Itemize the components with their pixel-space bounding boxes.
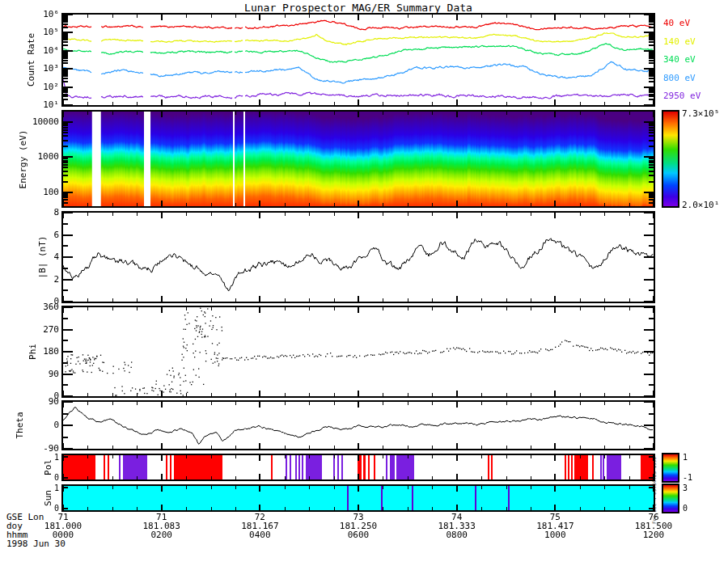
energy_spectrogram-xtick-major: [554, 112, 556, 117]
pol-segment: [607, 455, 621, 479]
sun-xtick-minor: [481, 486, 482, 489]
phi-xtick-major: [259, 391, 260, 396]
b_magnitude-xtick-minor: [432, 213, 433, 216]
theta-xtick-major: [456, 443, 458, 449]
axis-column-hhmm: 1000: [518, 530, 591, 539]
phi-ytick: [649, 384, 654, 386]
spectrogram-canvas: [63, 112, 654, 206]
phi-xtick-minor: [87, 307, 88, 310]
count_rate-xtick-minor: [112, 15, 113, 18]
phi-xtick-minor: [629, 393, 630, 396]
count_rate-xtick-minor: [604, 102, 605, 105]
energy_spectrogram-ytick: [63, 146, 68, 147]
energy_spectrogram-ytick: [649, 135, 654, 137]
count_rate-ytick: [63, 41, 68, 43]
theta-ytick-label: -90: [0, 444, 59, 453]
phi-xtick-major: [259, 307, 260, 313]
pol-segment: [337, 455, 339, 479]
theta-ytick: [649, 437, 654, 438]
energy_spectrogram-xtick-major: [456, 201, 458, 206]
energy_spectrogram-xtick-minor: [481, 112, 482, 115]
count_rate-ytick: [649, 39, 654, 40]
count_rate-xtick-minor: [211, 102, 212, 105]
b_magnitude-xtick-minor: [481, 298, 482, 302]
theta-xtick-minor: [87, 402, 88, 405]
phi-xtick-minor: [432, 393, 433, 396]
energy_spectrogram-ytick: [649, 123, 654, 125]
axis-column-hhmm: 0400: [223, 530, 296, 539]
b_magnitude-ytick: [63, 212, 73, 213]
count_rate-xtick-minor: [186, 15, 187, 18]
count_rate-xtick-minor: [580, 15, 581, 18]
pol-xtick-major: [554, 455, 556, 461]
pol-xtick-minor: [112, 476, 113, 479]
theta-xtick-major: [653, 402, 654, 408]
sun-xtick-minor: [506, 507, 507, 510]
phi-xtick-minor: [334, 393, 335, 396]
count_rate-ytick: [63, 60, 68, 61]
phi-xtick-minor: [285, 307, 286, 310]
theta-xtick-major: [161, 443, 163, 449]
energy_spectrogram-ytick: [649, 160, 654, 162]
sun-xtick-minor: [334, 486, 335, 489]
b_magnitude-xtick-minor: [211, 298, 212, 302]
sun-xtick-major: [456, 505, 458, 510]
sun-xtick-minor: [309, 507, 310, 510]
theta-xtick-minor: [309, 402, 310, 405]
pol-xtick-major: [161, 455, 163, 461]
pol-xtick-minor: [432, 476, 433, 479]
count_rate-xtick-minor: [211, 15, 212, 18]
phi-ytick-label: 360: [0, 302, 59, 311]
sun-xtick-minor: [432, 486, 433, 489]
sun-xtick-major: [653, 486, 654, 492]
pol-segment: [565, 455, 566, 479]
axis-column-hhmm: 0800: [421, 530, 493, 539]
energy_spectrogram-ytick: [63, 164, 68, 166]
phi-xtick-minor: [604, 307, 605, 310]
count_rate-xtick-major: [161, 15, 163, 20]
energy_spectrogram-xtick-minor: [186, 203, 187, 206]
energy_spectrogram-ytick: [63, 175, 68, 176]
b_magnitude-xtick-major: [161, 296, 163, 302]
pol-segment: [491, 455, 493, 479]
count_rate-ytick: [63, 56, 68, 57]
pol-xtick-minor: [506, 455, 507, 458]
count_rate-ytick: [63, 104, 73, 106]
b_magnitude-xtick-minor: [137, 298, 138, 302]
energy_spectrogram-ytick: [649, 129, 654, 131]
pol-xtick-major: [62, 455, 64, 461]
sun-xtick-minor: [186, 507, 187, 510]
sun-xtick-major: [161, 505, 163, 510]
count_rate-xtick-minor: [309, 102, 310, 105]
sun-xtick-major: [554, 505, 556, 510]
b_magnitude-ytick: [649, 223, 654, 225]
energy_spectrogram-xtick-minor: [285, 112, 286, 115]
count_rate-ytick: [649, 37, 654, 39]
b_magnitude-xtick-major: [259, 213, 260, 218]
legend-item-800eV: 800 eV: [663, 73, 696, 83]
energy_spectrogram-ytick: [649, 140, 654, 142]
theta-xtick-major: [358, 402, 359, 408]
count-rate-canvas: [63, 15, 654, 105]
sun-xtick-minor: [211, 507, 212, 510]
phi-xtick-major: [62, 307, 64, 313]
b_magnitude-xtick-minor: [211, 213, 212, 216]
energy_spectrogram-ytick: [649, 125, 654, 126]
pol-xtick-major: [653, 474, 654, 479]
energy_spectrogram-xtick-minor: [334, 203, 335, 206]
energy_spectrogram-xtick-minor: [408, 112, 408, 115]
count_rate-xtick-major: [62, 15, 64, 20]
legend-item-40eV: 40 eV: [663, 18, 690, 28]
b_magnitude-xtick-major: [554, 213, 556, 218]
b_magnitude-xtick-minor: [604, 298, 605, 302]
theta-xtick-minor: [186, 446, 187, 449]
count_rate-ytick: [63, 78, 68, 79]
pol-xtick-minor: [87, 476, 88, 479]
sun-xtick-minor: [580, 486, 581, 489]
energy_spectrogram-ytick: [63, 127, 68, 129]
pol-colorbar-bottom-label: -1: [683, 473, 692, 482]
theta-xtick-minor: [604, 402, 605, 405]
phi-xtick-minor: [186, 393, 187, 396]
count_rate-ytick: [649, 41, 654, 43]
b_magnitude-xtick-minor: [531, 213, 531, 216]
